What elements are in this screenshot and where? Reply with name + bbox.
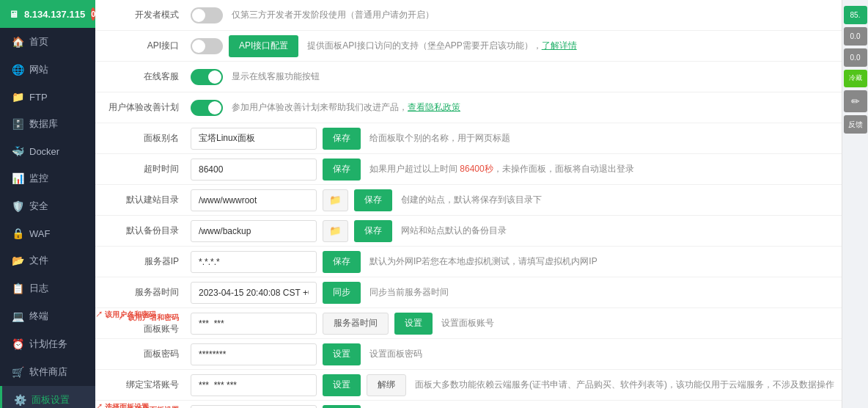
settings-row-13: ↗ 选择面板设置面板菜单栏隐藏设置隐藏左侧菜单栏目↗ 选择面板设置 (95, 401, 842, 408)
sidebar-item-cron[interactable]: ⏰计划任务 (0, 330, 95, 358)
settings-control-3 (191, 100, 223, 116)
logs-icon: 📋 (12, 283, 23, 294)
toggle-1[interactable] (191, 38, 223, 54)
website-icon: 🌐 (12, 64, 23, 76)
input-field-6[interactable] (191, 189, 317, 211)
input-field-9[interactable] (191, 282, 317, 304)
input-field-8[interactable] (191, 251, 317, 273)
files-icon: 📂 (12, 255, 23, 266)
unbind-btn-12[interactable]: 解绑 (367, 374, 406, 396)
settings-row-8: 服务器IP保存默认为外网IP若您在本地虚拟机测试，请填写虚拟机内网IP (95, 247, 842, 277)
settings-control-2 (191, 69, 223, 85)
sidebar-item-monitor[interactable]: 📊监控 (0, 164, 95, 192)
waf-icon: 🔒 (12, 227, 23, 239)
sidebar-item-files[interactable]: 📂文件 (0, 247, 95, 274)
input-field-10[interactable] (191, 313, 317, 335)
extra-btn-10[interactable]: 服务器时间 (323, 313, 389, 335)
sidebar-item-store[interactable]: 🛒软件商店 (0, 358, 95, 386)
api-config-button[interactable]: API接口配置 (229, 35, 298, 57)
save-btn-11[interactable]: 设置 (323, 343, 361, 365)
save-btn-10[interactable]: 设置 (394, 313, 433, 335)
main-content: 开发者模式仅第三方开发者开发阶段使用（普通用户请勿开启）API接口API接口配置… (95, 0, 842, 408)
input-field-7[interactable] (191, 220, 317, 242)
input-field-5[interactable] (191, 159, 317, 181)
input-field-4[interactable] (191, 128, 317, 150)
store-icon: 🛒 (12, 366, 23, 378)
sidebar-label-cron: 计划任务 (29, 338, 67, 351)
sidebar-label-terminal: 终端 (29, 310, 48, 323)
settings-label-1: API接口 (95, 40, 191, 52)
settings-row-9: 服务器时间同步同步当前服务器时间 (95, 277, 842, 308)
settings-label-5: 超时时间 (95, 163, 191, 175)
settings-row-12: 绑定宝塔账号设置解绑面板大多数功能依赖云端服务(证书申请、产品购买、软件列表等)… (95, 370, 842, 401)
set-btn-12[interactable]: 设置 (323, 374, 361, 396)
sidebar-item-security[interactable]: 🛡️安全 (0, 192, 95, 220)
folder-btn-7[interactable]: 📁 (323, 220, 348, 242)
right-btn-mem[interactable]: 0.0 (844, 48, 867, 67)
right-btn-score[interactable]: 85. (844, 6, 867, 24)
right-btn-edit[interactable]: ✏ (844, 90, 867, 112)
sidebar-item-settings[interactable]: ⚙️面板设置 (0, 386, 95, 408)
settings-control-7: 📁保存 (191, 220, 392, 242)
input-field-12[interactable] (191, 374, 317, 396)
sidebar-label-settings: 面板设置 (32, 393, 70, 407)
sidebar-item-website[interactable]: 🌐网站 (0, 56, 95, 84)
home-icon: 🏠 (12, 36, 23, 48)
server-icon: 🖥 (9, 9, 18, 20)
right-panel: 85. 0.0 0.0 冷藏 ✏ 反馈 (842, 0, 868, 408)
right-btn-cpu[interactable]: 0.0 (844, 27, 867, 45)
save-btn-13[interactable]: 设置 (323, 405, 361, 409)
save-btn-7[interactable]: 保存 (354, 220, 392, 242)
save-btn-5[interactable]: 保存 (323, 159, 361, 181)
settings-label-2: 在线客服 (95, 70, 191, 83)
sidebar-label-security: 安全 (29, 200, 48, 213)
settings-desc-7: 网站和站点默认的备份目录 (392, 225, 842, 237)
save-btn-8[interactable]: 保存 (323, 251, 361, 273)
input-field-11[interactable] (191, 343, 317, 365)
toggle-2[interactable] (191, 69, 223, 85)
settings-label-3: 用户体验改善计划 (95, 101, 191, 114)
sidebar-label-docker: Docker (29, 146, 59, 157)
desc-link-1[interactable]: 了解详情 (542, 40, 577, 51)
folder-btn-6[interactable]: 📁 (323, 189, 348, 211)
settings-row-5: 超时时间保存如果用户超过以上时间 86400秒，未操作面板，面板将自动退出登录 (95, 154, 842, 185)
save-btn-6[interactable]: 保存 (354, 189, 392, 211)
ftp-icon: 📁 (12, 91, 23, 103)
terminal-icon: 💻 (12, 310, 23, 322)
cron-icon: ⏰ (12, 338, 23, 350)
settings-row-7: 默认备份目录📁保存网站和站点默认的备份目录 (95, 216, 842, 247)
sidebar-item-home[interactable]: 🏠首页 (0, 28, 95, 56)
settings-label-8: 服务器IP (95, 255, 191, 268)
sidebar-item-waf[interactable]: 🔒WAF (0, 220, 95, 247)
settings-desc-5: 如果用户超过以上时间 86400秒，未操作面板，面板将自动退出登录 (361, 163, 842, 175)
settings-desc-6: 创建的站点，默认将保存到该目录下 (392, 194, 842, 206)
right-btn-feedback[interactable]: 反馈 (844, 115, 867, 134)
settings-control-0 (191, 7, 223, 23)
special-text-5: 86400秒 (460, 164, 493, 174)
settings-row-4: 面板别名保存给面板取个别的名称，用于网页标题 (95, 123, 842, 154)
sidebar-item-ftp[interactable]: 📁FTP (0, 84, 95, 110)
settings-desc-4: 给面板取个别的名称，用于网页标题 (361, 132, 842, 145)
sidebar-item-database[interactable]: 🗄️数据库 (0, 110, 95, 138)
save-btn-9[interactable]: 同步 (323, 282, 361, 304)
sidebar-item-docker[interactable]: 🐳Docker (0, 138, 95, 164)
settings-control-13: 设置 (191, 405, 361, 409)
right-btn-cold[interactable]: 冷藏 (844, 70, 867, 87)
input-field-13[interactable] (191, 405, 317, 409)
settings-desc-0: 仅第三方开发者开发阶段使用（普通用户请勿开启） (223, 9, 842, 21)
settings-control-6: 📁保存 (191, 189, 392, 211)
settings-row-3: 用户体验改善计划参加用户体验改善计划来帮助我们改进产品，查看隐私政策 (95, 92, 842, 123)
toggle-0[interactable] (191, 7, 223, 23)
settings-row-11: 面板密码设置设置面板密码 (95, 339, 842, 370)
settings-desc-1: 提供面板API接口访问的支持（堡垒APP需要开启该功能），了解详情 (298, 40, 842, 52)
annotation-panel-settings: ↗ 选择面板设置 (95, 402, 149, 408)
save-btn-4[interactable]: 保存 (323, 128, 361, 150)
sidebar-label-logs: 日志 (29, 282, 48, 295)
sidebar-item-terminal[interactable]: 💻终端 (0, 302, 95, 330)
toggle-3[interactable] (191, 100, 223, 116)
sidebar-item-logs[interactable]: 📋日志 (0, 274, 95, 302)
desc-link-3[interactable]: 查看隐私政策 (408, 102, 460, 112)
sidebar-label-ftp: FTP (29, 92, 48, 103)
sidebar-header: 🖥 8.134.137.115 0 (0, 0, 95, 28)
settings-icon: ⚙️ (14, 394, 26, 406)
